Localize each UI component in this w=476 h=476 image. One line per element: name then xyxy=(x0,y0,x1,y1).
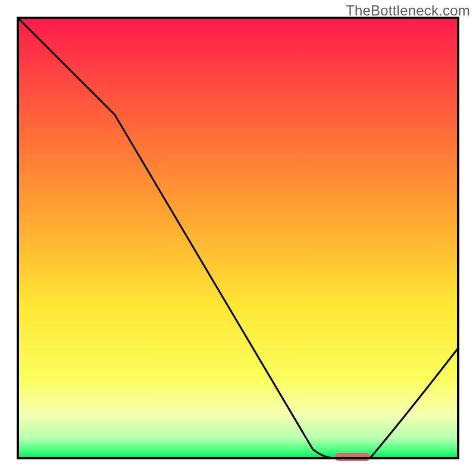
chart-container: TheBottleneck.com xyxy=(0,0,476,476)
watermark-text: TheBottleneck.com xyxy=(346,2,470,19)
bottleneck-chart xyxy=(0,0,476,476)
